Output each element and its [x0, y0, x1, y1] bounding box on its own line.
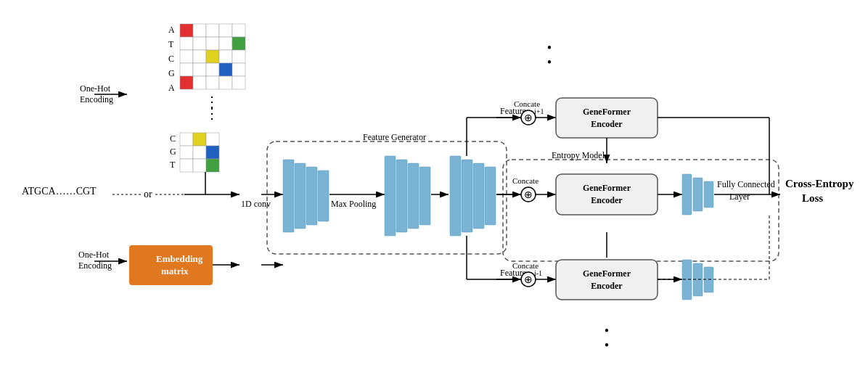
- concate-mid-label: Concate: [512, 176, 539, 185]
- svg-rect-32: [193, 159, 206, 172]
- matrix-label-T: T: [168, 39, 174, 49]
- max-pooling-label: Max Pooling: [331, 199, 376, 209]
- svg-rect-55: [485, 167, 496, 225]
- geneformer-bot-label1: GeneFormer: [583, 268, 631, 279]
- fully-connected-label: Fully Connected: [717, 179, 775, 189]
- feature-generator-label: Feature Generator: [363, 132, 426, 142]
- svg-rect-52: [450, 156, 461, 236]
- geneformer-bot-label2: Encoder: [591, 281, 623, 291]
- plus-mid: ⊕: [524, 189, 533, 200]
- svg-rect-23: [219, 76, 232, 89]
- svg-rect-5: [180, 37, 193, 50]
- conv-label: 1D conv: [241, 199, 271, 209]
- or-label: or: [144, 189, 152, 200]
- matrix-label-G: G: [168, 68, 175, 78]
- svg-rect-12: [206, 50, 219, 63]
- svg-rect-51: [419, 167, 430, 225]
- dots-geneformer-bot2: •: [605, 338, 609, 353]
- svg-rect-4: [232, 24, 245, 37]
- geneformer-top-label2: Encoder: [591, 119, 623, 129]
- svg-rect-50: [408, 163, 419, 229]
- svg-rect-27: [206, 133, 219, 146]
- svg-rect-75: [693, 178, 703, 211]
- svg-rect-60: [556, 98, 658, 138]
- svg-rect-10: [180, 50, 193, 63]
- embedding-matrix-label2: matrix: [161, 266, 189, 276]
- svg-rect-6: [193, 37, 206, 50]
- plus-bot: ⊕: [524, 274, 533, 285]
- svg-rect-43: [283, 160, 294, 232]
- svg-rect-16: [193, 63, 206, 76]
- svg-rect-54: [473, 163, 484, 229]
- svg-rect-14: [232, 50, 245, 63]
- matrix-label-A1: A: [168, 25, 175, 35]
- dots-geneformer-top: •: [547, 41, 552, 55]
- plus-top: ⊕: [524, 112, 533, 123]
- one-hot-top-label: One-Hot: [80, 83, 111, 94]
- svg-rect-64: [556, 174, 658, 215]
- svg-rect-21: [193, 76, 206, 89]
- matrix-label-A2: A: [168, 83, 175, 93]
- matrix-label-C1: C: [168, 54, 174, 64]
- svg-rect-20: [180, 76, 193, 89]
- svg-rect-29: [193, 146, 206, 159]
- svg-rect-17: [206, 63, 219, 76]
- geneformer-mid-label2: Encoder: [591, 195, 623, 205]
- svg-rect-15: [180, 63, 193, 76]
- svg-rect-48: [385, 156, 396, 236]
- encoding-bottom-label: Encoding: [78, 260, 112, 271]
- svg-rect-9: [232, 37, 245, 50]
- dots-geneformer-bot: •: [605, 324, 609, 338]
- dna-sequence-label: ATGCA……CGT: [22, 186, 97, 197]
- svg-rect-2: [206, 24, 219, 37]
- svg-rect-68: [556, 260, 658, 300]
- layer-label: Layer: [729, 192, 750, 202]
- architecture-diagram: A T C G A ⋮ ⋮ C G T ATGCA……CGT or: [0, 0, 868, 386]
- svg-rect-25: [180, 133, 193, 146]
- embedding-matrix-label1: Embedding: [156, 253, 203, 264]
- svg-rect-49: [396, 160, 407, 232]
- svg-rect-28: [180, 146, 193, 159]
- cross-entropy-label2: Loss: [802, 192, 823, 204]
- one-hot-bottom-label: One-Hot: [78, 250, 110, 260]
- svg-rect-45: [306, 167, 317, 225]
- matrix-label-G2: G: [170, 147, 176, 157]
- svg-rect-13: [219, 50, 232, 63]
- entropy-model-label: Entropy Model: [552, 150, 605, 160]
- cross-entropy-label1: Cross-Entropy: [785, 178, 854, 189]
- svg-rect-22: [206, 76, 219, 89]
- svg-rect-8: [219, 37, 232, 50]
- svg-rect-19: [232, 63, 245, 76]
- dots-geneformer-top2: •: [547, 55, 552, 70]
- svg-rect-3: [219, 24, 232, 37]
- concate-bot-label: Concate: [512, 261, 539, 270]
- svg-rect-1: [193, 24, 206, 37]
- svg-rect-74: [682, 174, 692, 215]
- svg-rect-7: [206, 37, 219, 50]
- svg-rect-46: [318, 171, 329, 221]
- svg-rect-76: [704, 181, 713, 208]
- encoding-top-label: Encoding: [80, 94, 113, 104]
- svg-rect-33: [206, 159, 219, 172]
- svg-rect-18: [219, 63, 232, 76]
- matrix-label-C2: C: [170, 134, 176, 144]
- geneformer-top-label1: GeneFormer: [583, 107, 631, 117]
- svg-rect-0: [180, 24, 193, 37]
- svg-rect-11: [193, 50, 206, 63]
- svg-rect-26: [193, 133, 206, 146]
- dots-top2: ⋮: [205, 105, 219, 121]
- svg-rect-24: [232, 76, 245, 89]
- svg-rect-53: [462, 160, 472, 232]
- svg-rect-30: [206, 146, 219, 159]
- svg-rect-44: [295, 163, 306, 229]
- matrix-label-T2: T: [170, 160, 176, 170]
- geneformer-mid-label1: GeneFormer: [583, 183, 631, 193]
- feature-i-plus-sub: i+1: [534, 107, 544, 115]
- svg-rect-31: [180, 159, 193, 172]
- concate-top-label: Concate: [514, 99, 540, 108]
